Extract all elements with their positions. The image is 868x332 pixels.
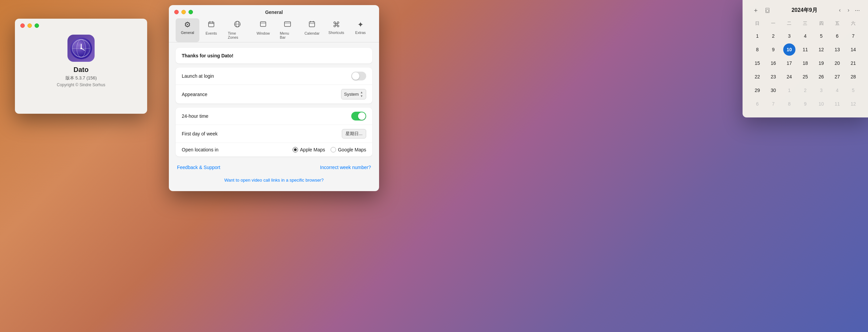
- tab-window[interactable]: Window: [251, 18, 275, 42]
- window-icon: [259, 20, 267, 30]
- calendar-day[interactable]: 19: [815, 57, 827, 69]
- calendar-icon: [308, 20, 316, 30]
- app-version: 版本 5.3.7 (156): [65, 75, 97, 81]
- calendar-day[interactable]: 12: [815, 43, 827, 56]
- calendar-header-left: ＋ ⌼: [751, 5, 771, 15]
- calendar-day[interactable]: 30: [767, 84, 780, 96]
- google-maps-radio[interactable]: [331, 147, 336, 152]
- calendar-day[interactable]: 25: [799, 71, 811, 83]
- calendar-day[interactable]: 18: [799, 57, 811, 69]
- calendar-day[interactable]: 26: [815, 71, 827, 83]
- launch-at-login-toggle[interactable]: [351, 72, 366, 80]
- tab-events[interactable]: Events: [199, 18, 223, 42]
- calendar-window: ＋ ⌼ 2024年9月 ‹ › ··· 日 一 二 三 四 五 六 1234: [743, 0, 868, 117]
- apple-maps-radio[interactable]: [293, 147, 298, 152]
- calendar-day[interactable]: 12: [847, 98, 859, 110]
- first-day-label: First day of week: [182, 131, 218, 136]
- calendar-day[interactable]: 15: [751, 57, 764, 69]
- incorrect-week-link[interactable]: Incorrect week number?: [320, 165, 371, 170]
- open-locations-row: Open locations in Apple Maps Google Maps: [176, 143, 372, 156]
- tab-menubar[interactable]: Menu Bar: [275, 18, 300, 42]
- tab-general[interactable]: ⚙ General: [176, 18, 199, 42]
- svg-rect-8: [209, 22, 214, 27]
- calendar-title: 2024年9月: [791, 7, 817, 14]
- feedback-link[interactable]: Feedback & Support: [177, 165, 220, 170]
- settings-close-button[interactable]: [174, 10, 179, 14]
- apple-maps-option[interactable]: Apple Maps: [293, 147, 325, 152]
- launch-at-login-label: Launch at login: [182, 73, 214, 79]
- calendar-day[interactable]: 5: [815, 30, 827, 42]
- 24h-time-row: 24-hour time: [176, 108, 372, 125]
- calendar-day[interactable]: 1: [751, 30, 764, 42]
- calendar-day[interactable]: 29: [751, 84, 764, 96]
- svg-point-7: [80, 48, 82, 49]
- calendar-day[interactable]: 3: [815, 84, 827, 96]
- calendar-day[interactable]: 20: [831, 57, 843, 69]
- calendar-day[interactable]: 7: [767, 98, 780, 110]
- calendar-day[interactable]: 13: [831, 43, 843, 56]
- next-month-button[interactable]: ›: [846, 6, 851, 15]
- tab-extras-label: Extras: [355, 31, 366, 35]
- tab-shortcuts[interactable]: ⌘ Shortcuts: [324, 18, 349, 42]
- settings-minimize-button[interactable]: [181, 10, 186, 14]
- tab-calendar[interactable]: Calendar: [300, 18, 324, 42]
- first-day-select[interactable]: 星期日...: [342, 129, 366, 139]
- weekday-wed: 三: [797, 19, 813, 29]
- google-maps-option[interactable]: Google Maps: [331, 147, 366, 152]
- calendar-day[interactable]: 27: [831, 71, 843, 83]
- calendar-day[interactable]: 22: [751, 71, 764, 83]
- calendar-day[interactable]: 24: [783, 71, 795, 83]
- calendar-day[interactable]: 1: [783, 84, 795, 96]
- calendar-day[interactable]: 28: [847, 71, 859, 83]
- calendar-day[interactable]: 8: [783, 98, 795, 110]
- calendar-day[interactable]: 10: [815, 98, 827, 110]
- 24h-time-toggle[interactable]: [351, 112, 366, 121]
- calendar-day[interactable]: 4: [799, 30, 811, 42]
- timezones-icon: [234, 20, 241, 30]
- more-options-button[interactable]: ···: [855, 7, 860, 14]
- events-icon: [208, 20, 215, 30]
- calendar-day[interactable]: 2: [767, 30, 780, 42]
- pin-button[interactable]: ⌼: [764, 6, 771, 15]
- extras-icon: ✦: [357, 20, 363, 29]
- calendar-day[interactable]: 6: [751, 98, 764, 110]
- calendar-day[interactable]: 11: [831, 98, 843, 110]
- add-event-button[interactable]: ＋: [751, 5, 761, 15]
- calendar-day[interactable]: 10: [783, 43, 795, 56]
- tab-window-label: Window: [257, 31, 270, 35]
- thanks-banner: Thanks for using Dato!: [176, 48, 372, 63]
- svg-rect-15: [260, 22, 266, 26]
- calendar-day[interactable]: 5: [847, 84, 859, 96]
- minimize-button[interactable]: [27, 23, 32, 28]
- calendar-day[interactable]: 2: [799, 84, 811, 96]
- calendar-day[interactable]: 4: [831, 84, 843, 96]
- settings-maximize-button[interactable]: [189, 10, 193, 14]
- tab-extras[interactable]: ✦ Extras: [349, 18, 372, 42]
- maximize-button[interactable]: [35, 23, 39, 28]
- calendar-day[interactable]: 23: [767, 71, 780, 83]
- calendar-day[interactable]: 14: [847, 43, 859, 56]
- links-row: Feedback & Support Incorrect week number…: [176, 161, 372, 174]
- appearance-select[interactable]: System ▲ ▼: [341, 89, 366, 99]
- calendar-day[interactable]: 17: [783, 57, 795, 69]
- calendar-day[interactable]: 11: [799, 43, 811, 56]
- tab-timezones[interactable]: Time Zones: [223, 18, 251, 42]
- about-window: Dato 版本 5.3.7 (156) Copyright © Sindre S…: [15, 19, 147, 114]
- video-call-link[interactable]: Want to open video call links in a speci…: [224, 178, 324, 183]
- calendar-day[interactable]: 9: [767, 43, 780, 56]
- calendar-day[interactable]: 16: [767, 57, 780, 69]
- calendar-day[interactable]: 3: [783, 30, 795, 42]
- calendar-day[interactable]: 8: [751, 43, 764, 56]
- calendar-day[interactable]: 9: [799, 98, 811, 110]
- prev-month-button[interactable]: ‹: [837, 6, 842, 15]
- calendar-day[interactable]: 21: [847, 57, 859, 69]
- close-button[interactable]: [20, 23, 25, 28]
- calendar-day[interactable]: 7: [847, 30, 859, 42]
- calendar-day[interactable]: 6: [831, 30, 843, 42]
- location-radio-group: Apple Maps Google Maps: [293, 147, 366, 152]
- 24h-time-label: 24-hour time: [182, 113, 209, 119]
- first-day-row: First day of week 星期日...: [176, 125, 372, 143]
- about-titlebar: [15, 19, 147, 31]
- tab-shortcuts-label: Shortcuts: [329, 31, 344, 35]
- calendar-header: ＋ ⌼ 2024年9月 ‹ › ···: [749, 5, 861, 15]
